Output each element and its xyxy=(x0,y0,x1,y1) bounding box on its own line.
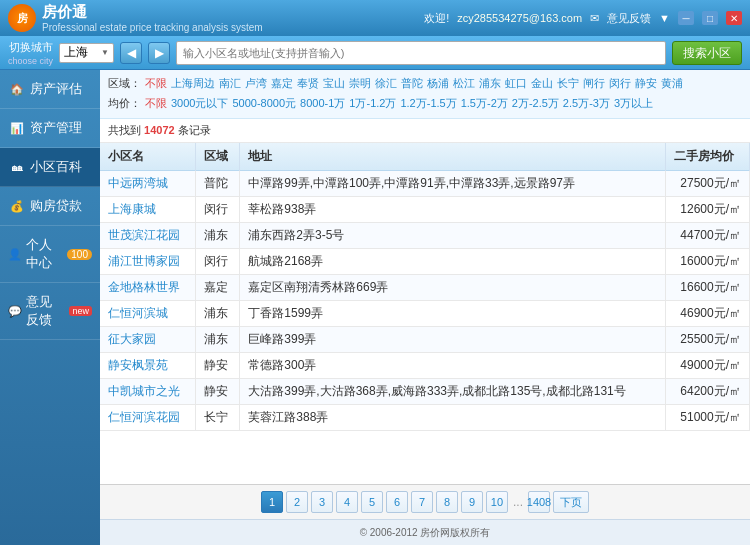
cell-price-7: 49000元/㎡ xyxy=(666,352,750,378)
district-filter-15[interactable]: 闸行 xyxy=(583,74,605,94)
community-link-4[interactable]: 金地格林世界 xyxy=(108,280,180,294)
price-filter-1[interactable]: 5000-8000元 xyxy=(232,94,296,114)
feedback-link[interactable]: 意见反馈 xyxy=(607,11,651,26)
data-table-wrap: 小区名 区域 地址 二手房均价 中远两湾城 普陀 中潭路99弄,中潭路100弄,… xyxy=(100,143,750,484)
cell-district-9: 长宁 xyxy=(196,404,240,430)
app-title-block: 房价通 Professional estate price tracking a… xyxy=(42,3,263,33)
cell-name-6: 征大家园 xyxy=(100,326,196,352)
price-filter-4[interactable]: 1.2万-1.5万 xyxy=(400,94,456,114)
page-btn-2[interactable]: 2 xyxy=(286,491,308,513)
cell-price-4: 16600元/㎡ xyxy=(666,274,750,300)
district-filter-14[interactable]: 长宁 xyxy=(557,74,579,94)
district-filter-17[interactable]: 静安 xyxy=(635,74,657,94)
district-filter-3[interactable]: 嘉定 xyxy=(271,74,293,94)
district-filter-2[interactable]: 卢湾 xyxy=(245,74,267,94)
price-filter-5[interactable]: 1.5万-2万 xyxy=(461,94,508,114)
price-filter-7[interactable]: 2.5万-3万 xyxy=(563,94,610,114)
community-link-0[interactable]: 中远两湾城 xyxy=(108,176,168,190)
sidebar-item-buy-loan[interactable]: 💰 购房贷款 xyxy=(0,187,100,226)
cell-district-0: 普陀 xyxy=(196,170,240,196)
page-btn-last[interactable]: 1408 xyxy=(528,491,550,513)
community-link-3[interactable]: 浦江世博家园 xyxy=(108,254,180,268)
price-filter-2[interactable]: 8000-1万 xyxy=(300,94,345,114)
page-btn-6[interactable]: 6 xyxy=(386,491,408,513)
district-filter-13[interactable]: 金山 xyxy=(531,74,553,94)
search-button[interactable]: 搜索小区 xyxy=(672,41,742,65)
community-link-5[interactable]: 仁恒河滨城 xyxy=(108,306,168,320)
property-eval-icon: 🏠 xyxy=(8,80,26,98)
user-email: zcy285534275@163.com xyxy=(457,12,582,24)
cell-name-3: 浦江世博家园 xyxy=(100,248,196,274)
personal-icon: 👤 xyxy=(8,245,22,263)
community-link-1[interactable]: 上海康城 xyxy=(108,202,156,216)
sidebar-item-property-eval[interactable]: 🏠 房产评估 xyxy=(0,70,100,109)
table-header-row: 小区名 区域 地址 二手房均价 xyxy=(100,143,750,171)
sidebar-item-personal[interactable]: 👤 个人中心 100 xyxy=(0,226,100,283)
page-btn-5[interactable]: 5 xyxy=(361,491,383,513)
community-link-8[interactable]: 中凯城市之光 xyxy=(108,384,180,398)
price-filter-all[interactable]: 不限 xyxy=(145,94,167,114)
district-filter-9[interactable]: 杨浦 xyxy=(427,74,449,94)
sidebar-item-community-wiki[interactable]: 🏘 小区百科 xyxy=(0,148,100,187)
district-filter-8[interactable]: 普陀 xyxy=(401,74,423,94)
table-row: 金地格林世界 嘉定 嘉定区南翔清秀林路669弄 16600元/㎡ xyxy=(100,274,750,300)
district-filter-7[interactable]: 徐汇 xyxy=(375,74,397,94)
footer: © 2006-2012 房价网版权所有 xyxy=(100,519,750,545)
page-btn-3[interactable]: 3 xyxy=(311,491,333,513)
page-btn-8[interactable]: 8 xyxy=(436,491,458,513)
cell-price-5: 46900元/㎡ xyxy=(666,300,750,326)
minimize-button[interactable]: ─ xyxy=(678,11,694,25)
page-btn-4[interactable]: 4 xyxy=(336,491,358,513)
dropdown-arrow-icon: ▼ xyxy=(101,48,109,57)
app-logo: 房 xyxy=(8,4,36,32)
district-filter-1[interactable]: 南汇 xyxy=(219,74,241,94)
district-filter-0[interactable]: 上海周边 xyxy=(171,74,215,94)
price-filter-6[interactable]: 2万-2.5万 xyxy=(512,94,559,114)
app-sub-title: Professional estate price tracking analy… xyxy=(42,22,263,33)
settings-icon[interactable]: ▼ xyxy=(659,12,670,24)
district-filter-6[interactable]: 崇明 xyxy=(349,74,371,94)
district-filter-10[interactable]: 松江 xyxy=(453,74,475,94)
community-link-2[interactable]: 世茂滨江花园 xyxy=(108,228,180,242)
community-table: 小区名 区域 地址 二手房均价 中远两湾城 普陀 中潭路99弄,中潭路100弄,… xyxy=(100,143,750,431)
stats-total-count: 14072 xyxy=(144,124,175,136)
stats-unit-label: 条记录 xyxy=(178,124,211,136)
forward-button[interactable]: ▶ xyxy=(148,42,170,64)
district-filter-11[interactable]: 浦东 xyxy=(479,74,501,94)
cell-name-9: 仁恒河滨花园 xyxy=(100,404,196,430)
cell-address-6: 巨峰路399弄 xyxy=(240,326,666,352)
district-filter-5[interactable]: 宝山 xyxy=(323,74,345,94)
maximize-button[interactable]: □ xyxy=(702,11,718,25)
district-filter-label: 区域： xyxy=(108,74,141,94)
back-button[interactable]: ◀ xyxy=(120,42,142,64)
main-layout: 🏠 房产评估 📊 资产管理 🏘 小区百科 💰 购房贷款 👤 个人中心 100 💬… xyxy=(0,70,750,545)
page-btn-1[interactable]: 1 xyxy=(261,491,283,513)
price-filter-3[interactable]: 1万-1.2万 xyxy=(349,94,396,114)
district-filter-16[interactable]: 闵行 xyxy=(609,74,631,94)
district-filter-18[interactable]: 黄浦 xyxy=(661,74,683,94)
asset-mgmt-icon: 📊 xyxy=(8,119,26,137)
page-btn-9[interactable]: 9 xyxy=(461,491,483,513)
price-filter-0[interactable]: 3000元以下 xyxy=(171,94,228,114)
sidebar-item-feedback[interactable]: 💬 意见反馈 new xyxy=(0,283,100,340)
district-filter-12[interactable]: 虹口 xyxy=(505,74,527,94)
stats-total-label: 共找到 xyxy=(108,124,141,136)
community-link-6[interactable]: 征大家园 xyxy=(108,332,156,346)
search-input[interactable] xyxy=(176,41,666,65)
page-btn-10[interactable]: 10 xyxy=(486,491,508,513)
user-greeting: 欢迎! xyxy=(424,11,449,26)
district-filter-4[interactable]: 奉贤 xyxy=(297,74,319,94)
district-filter-all[interactable]: 不限 xyxy=(145,74,167,94)
close-button[interactable]: ✕ xyxy=(726,11,742,25)
next-page-button[interactable]: 下页 xyxy=(553,491,589,513)
price-filter-8[interactable]: 3万以上 xyxy=(614,94,653,114)
page-btn-7[interactable]: 7 xyxy=(411,491,433,513)
buy-loan-icon: 💰 xyxy=(8,197,26,215)
cell-price-9: 51000元/㎡ xyxy=(666,404,750,430)
community-link-7[interactable]: 静安枫景苑 xyxy=(108,358,168,372)
cell-address-9: 芙蓉江路388弄 xyxy=(240,404,666,430)
table-row: 上海康城 闵行 莘松路938弄 12600元/㎡ xyxy=(100,196,750,222)
sidebar-item-asset-mgmt[interactable]: 📊 资产管理 xyxy=(0,109,100,148)
city-dropdown[interactable]: 上海 ▼ xyxy=(59,43,114,63)
community-link-9[interactable]: 仁恒河滨花园 xyxy=(108,410,180,424)
